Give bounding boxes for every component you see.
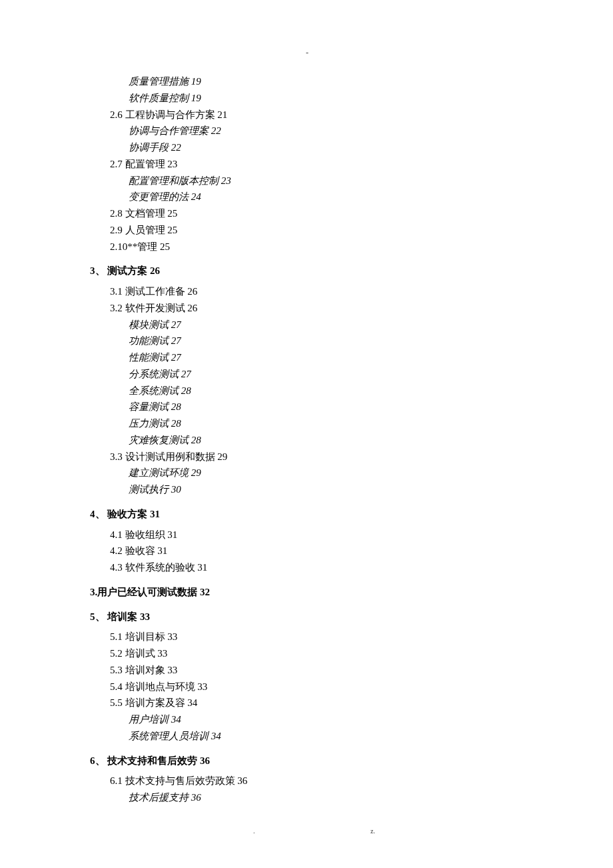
toc-item: 协调与合作管理案 22 bbox=[129, 123, 523, 139]
toc-item: 测试执行 30 bbox=[129, 481, 523, 498]
toc-item: 5.4 培训地点与环境 33 bbox=[110, 679, 523, 695]
toc-item: 6.1 技术支持与售后效劳政策 36 bbox=[110, 773, 523, 789]
toc-heading: 3、 测试方案 26 bbox=[90, 263, 523, 279]
toc-item: 全系统测试 28 bbox=[129, 383, 523, 399]
toc-item: 模块测试 27 bbox=[129, 317, 523, 333]
footer-dot: . bbox=[253, 827, 255, 835]
toc-item: 4.2 验收容 31 bbox=[110, 543, 523, 559]
toc-item: 技术后援支持 36 bbox=[129, 789, 523, 806]
toc-item: 5.5 培训方案及容 34 bbox=[110, 695, 523, 711]
toc-item: 性能测试 27 bbox=[129, 349, 523, 366]
toc-item: 3.1 测试工作准备 26 bbox=[110, 283, 523, 300]
toc-item: 容量测试 28 bbox=[129, 399, 523, 415]
toc-item: 2.6 工程协调与合作方案 21 bbox=[110, 107, 523, 123]
toc-item: 功能测试 27 bbox=[129, 333, 523, 349]
toc-heading: 6、 技术支持和售后效劳 36 bbox=[90, 753, 523, 769]
toc-heading: 4、 验收方案 31 bbox=[90, 506, 523, 523]
footer-page-z: z. bbox=[370, 827, 375, 835]
toc-heading: 3.用户已经认可测试数据 32 bbox=[90, 584, 523, 601]
toc-item: 配置管理和版本控制 23 bbox=[129, 173, 523, 189]
toc-item: 变更管理的法 24 bbox=[129, 189, 523, 205]
toc-item: 协调手段 22 bbox=[129, 139, 523, 156]
toc-item: 5.1 培训目标 33 bbox=[110, 629, 523, 645]
toc-item: 灾难恢复测试 28 bbox=[129, 432, 523, 449]
toc-item: 3.3 设计测试用例和数据 29 bbox=[110, 449, 523, 465]
toc-item: 4.3 软件系统的验收 31 bbox=[110, 559, 523, 576]
toc-item: 分系统测试 27 bbox=[129, 366, 523, 383]
toc-item: 用户培训 34 bbox=[129, 711, 523, 728]
toc-item: 2.7 配置管理 23 bbox=[110, 156, 523, 173]
toc-item: 3.2 软件开发测试 26 bbox=[110, 300, 523, 317]
toc-item: 2.8 文档管理 25 bbox=[110, 205, 523, 222]
toc-item: 4.1 验收组织 31 bbox=[110, 527, 523, 543]
header-dash: - bbox=[306, 48, 308, 58]
toc-item: 建立测试环境 29 bbox=[129, 465, 523, 481]
toc-item: 软件质量控制 19 bbox=[129, 90, 523, 107]
toc-item: 5.3 培训对象 33 bbox=[110, 662, 523, 679]
toc-page: 质量管理措施 19 软件质量控制 19 2.6 工程协调与合作方案 21 协调与… bbox=[0, 0, 613, 846]
toc-item: 压力测试 28 bbox=[129, 415, 523, 432]
toc-item: 5.2 培训式 33 bbox=[110, 645, 523, 662]
toc-item: 2.9 人员管理 25 bbox=[110, 222, 523, 239]
toc-item: 系统管理人员培训 34 bbox=[129, 728, 523, 745]
toc-item: 质量管理措施 19 bbox=[129, 73, 523, 90]
toc-item: 2.10**管理 25 bbox=[110, 239, 523, 255]
toc-heading: 5、 培训案 33 bbox=[90, 609, 523, 625]
